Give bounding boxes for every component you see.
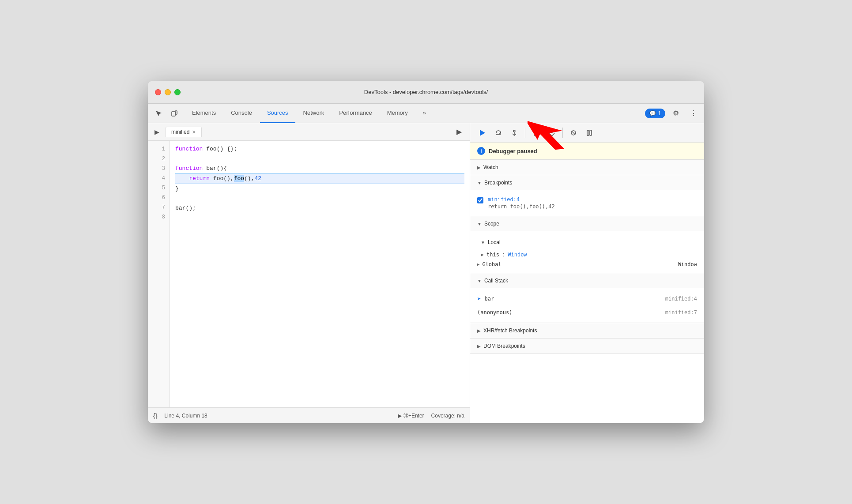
breakpoint-info: minified:4 return foo(),foo(),42 [488, 196, 697, 210]
chat-icon: 💬 [649, 110, 656, 117]
maximize-button[interactable] [174, 89, 181, 95]
code-line-1: function foo() {}; [175, 144, 464, 154]
tab-network[interactable]: Network [296, 104, 332, 123]
coverage-label: Coverage: n/a [431, 413, 464, 419]
settings-button[interactable]: ⚙ [669, 106, 683, 120]
global-label[interactable]: ▶ Global [477, 261, 501, 267]
breakpoints-body: minified:4 return foo(),foo(),42 [470, 190, 704, 216]
sources-panel: ▶ minified × ▶ 1 2 3 4 5 6 7 [148, 123, 470, 423]
line-num-4: 4 [148, 173, 170, 183]
svg-point-4 [513, 130, 515, 132]
code-line-3: function bar(){ [175, 164, 464, 174]
xhr-header[interactable]: ▶ XHR/fetch Breakpoints [470, 323, 704, 338]
deactivate-breakpoints-button[interactable] [566, 126, 581, 140]
minimize-button[interactable] [165, 89, 171, 95]
device-toggle-button[interactable] [167, 106, 181, 120]
code-line-4: return foo(),foo(),42 [175, 174, 464, 184]
code-line-7: bar(); [175, 203, 464, 213]
breakpoints-section: ▼ Breakpoints minified:4 return foo(),fo… [470, 175, 704, 216]
step-button[interactable] [545, 126, 559, 140]
global-expand-icon: ▶ [477, 262, 479, 267]
code-editor: 1 2 3 4 5 6 7 8 function foo() {}; funct… [148, 141, 470, 407]
this-row[interactable]: ▶ this : Window [470, 250, 704, 260]
traffic-lights [155, 89, 181, 95]
watch-collapse-icon: ▶ [477, 165, 481, 170]
this-key: this [486, 252, 499, 258]
more-options-button[interactable]: ⋮ [686, 106, 701, 120]
step-over-button[interactable] [491, 126, 505, 140]
callstack-collapse-icon: ▼ [477, 278, 482, 283]
callstack-loc-bar: minified:4 [665, 296, 697, 302]
callstack-fn-anon: (anonymous) [477, 309, 512, 316]
tab-memory[interactable]: Memory [380, 104, 415, 123]
callstack-item-bar[interactable]: ➤ bar minified:4 [470, 292, 704, 306]
watch-header[interactable]: ▶ Watch [470, 160, 704, 175]
this-value: Window [508, 252, 527, 258]
file-tab-minified[interactable]: minified × [166, 127, 202, 137]
scope-collapse-icon: ▼ [477, 222, 482, 226]
xhr-section: ▶ XHR/fetch Breakpoints [470, 323, 704, 339]
scope-header[interactable]: ▼ Scope [470, 216, 704, 231]
resume-button[interactable] [475, 126, 490, 140]
local-label: Local [488, 239, 501, 245]
tab-console[interactable]: Console [224, 104, 259, 123]
badge-count: 1 [658, 110, 661, 117]
tab-sources[interactable]: Sources [260, 104, 295, 123]
scope-body: ▼ Local ▶ this : Window ▶ Global [470, 231, 704, 273]
callstack-current-icon: ➤ [477, 295, 481, 302]
run-label: ▶ ⌘+Enter [398, 413, 424, 419]
step-out-button[interactable] [529, 126, 543, 140]
svg-rect-10 [587, 130, 589, 135]
navigator-toggle-icon[interactable]: ▶ [151, 127, 162, 137]
breakpoint-item: minified:4 return foo(),foo(),42 [470, 194, 704, 212]
line-num-3: 3 [148, 164, 170, 173]
devtools-tabs: Elements Console Sources Network Perform… [185, 104, 643, 123]
svg-marker-2 [480, 130, 485, 136]
callstack-body: ➤ bar minified:4 (anonymous) minified:7 [470, 288, 704, 323]
breakpoint-code: return foo(),foo(),42 [488, 203, 697, 210]
dom-expand-icon: ▶ [477, 344, 481, 349]
breakpoints-label: Breakpoints [484, 180, 512, 186]
scope-label: Scope [484, 221, 499, 227]
dom-header[interactable]: ▶ DOM Breakpoints [470, 339, 704, 354]
inspect-element-button[interactable] [151, 106, 166, 120]
callstack-label: Call Stack [484, 278, 508, 284]
callstack-header[interactable]: ▼ Call Stack [470, 273, 704, 288]
devtools-window: DevTools - developer.chrome.com/tags/dev… [148, 81, 704, 423]
breakpoint-location: minified:4 [488, 196, 697, 203]
line-num-7: 7 [148, 203, 170, 212]
cursor-position: Line 4, Column 18 [164, 413, 207, 419]
code-line-8 [175, 213, 464, 223]
code-content[interactable]: function foo() {}; function bar(){ retur… [170, 141, 470, 407]
callstack-section: ▼ Call Stack ➤ bar minified:4 (anonymous… [470, 273, 704, 323]
global-row[interactable]: ▶ Global Window [470, 260, 704, 269]
line-num-2: 2 [148, 154, 170, 164]
debugger-panel: i Debugger paused ▶ Watch ▼ Breakpoints [470, 123, 704, 423]
close-button[interactable] [155, 89, 161, 95]
dom-label: DOM Breakpoints [483, 343, 525, 349]
format-icon[interactable]: {} [153, 412, 157, 419]
local-header[interactable]: ▼ Local [470, 235, 704, 250]
debugger-paused-banner: i Debugger paused [470, 143, 704, 160]
status-bar: {} Line 4, Column 18 ▶ ⌘+Enter Coverage:… [148, 407, 470, 423]
tab-more[interactable]: » [416, 104, 433, 123]
step-into-button[interactable] [507, 126, 521, 140]
sources-topbar-right: ▶ [452, 125, 466, 139]
chat-badge-button[interactable]: 💬 1 [645, 109, 665, 118]
xhr-label: XHR/fetch Breakpoints [483, 327, 537, 334]
pause-on-exceptions-button[interactable] [582, 126, 596, 140]
watch-label: Watch [483, 164, 498, 170]
tab-elements[interactable]: Elements [185, 104, 223, 123]
callstack-item-anon[interactable]: (anonymous) minified:7 [470, 306, 704, 319]
debugger-paused-text: Debugger paused [489, 148, 537, 154]
tab-performance[interactable]: Performance [332, 104, 379, 123]
file-tab-label: minified [171, 129, 189, 135]
breakpoints-header[interactable]: ▼ Breakpoints [470, 175, 704, 190]
global-key: Global [482, 261, 501, 267]
file-tab-close-icon[interactable]: × [192, 129, 196, 135]
line-num-5: 5 [148, 183, 170, 193]
callstack-name-bar: ➤ bar [477, 295, 494, 302]
breakpoint-checkbox[interactable] [477, 197, 483, 203]
run-snippet-button[interactable]: ▶ [452, 125, 466, 139]
debug-separator-2 [562, 128, 563, 138]
